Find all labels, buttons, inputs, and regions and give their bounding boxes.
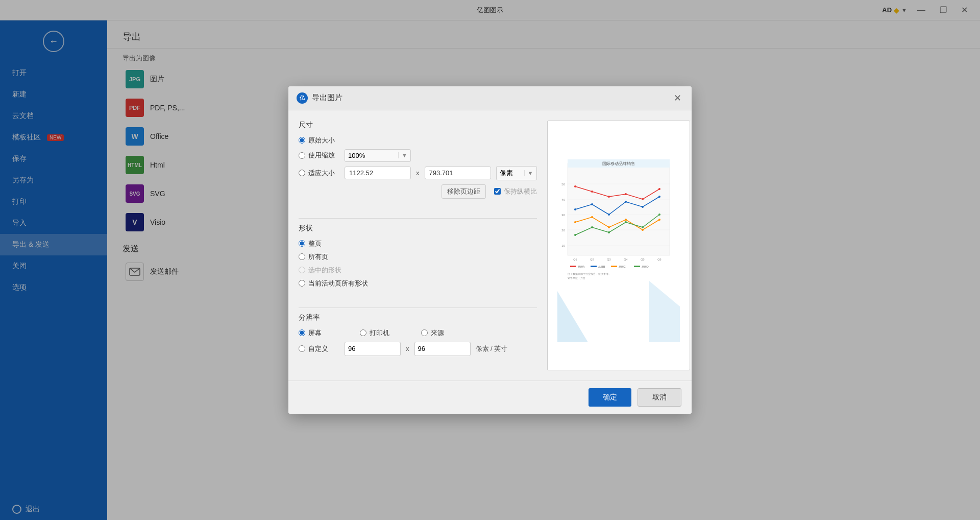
shape-selected-label[interactable]: 选中的形状 bbox=[299, 266, 341, 275]
shape-current-label[interactable]: 当前活动页所有形状 bbox=[299, 279, 368, 288]
resolution-custom-row: 自定义 ▲ ▼ x ▲ bbox=[299, 342, 537, 356]
size-scale-row: 使用缩放 ▼ bbox=[299, 149, 537, 162]
shape-all-radio[interactable] bbox=[299, 253, 305, 260]
scale-select[interactable]: ▼ bbox=[345, 149, 411, 162]
svg-text:30: 30 bbox=[561, 214, 565, 217]
svg-text:Q6: Q6 bbox=[657, 258, 661, 261]
svg-point-45 bbox=[642, 226, 644, 228]
svg-point-31 bbox=[608, 214, 610, 216]
shape-section-title: 形状 bbox=[299, 224, 537, 233]
svg-point-24 bbox=[591, 191, 593, 193]
resolution-y-input[interactable] bbox=[415, 343, 471, 354]
svg-rect-48 bbox=[570, 266, 576, 267]
size-section-title: 尺寸 bbox=[299, 121, 537, 130]
unit-label: 像素 bbox=[497, 167, 524, 180]
svg-point-29 bbox=[574, 208, 576, 210]
size-original-label[interactable]: 原始大小 bbox=[299, 136, 339, 145]
dialog-preview: 国际移动品牌销售 50 40 30 20 10 bbox=[547, 121, 690, 370]
shape-current-row: 当前活动页所有形状 bbox=[299, 279, 537, 288]
svg-rect-54 bbox=[634, 266, 640, 267]
svg-text:Q1: Q1 bbox=[573, 258, 577, 261]
shape-selected-radio bbox=[299, 267, 305, 273]
scale-input[interactable] bbox=[345, 150, 398, 161]
shape-whole-radio[interactable] bbox=[299, 240, 305, 247]
shape-all-label[interactable]: 所有页 bbox=[299, 252, 339, 262]
scale-dropdown[interactable]: ▼ bbox=[398, 152, 410, 158]
divider-2 bbox=[299, 308, 537, 308]
dialog-brand-icon: 亿 bbox=[297, 92, 308, 104]
svg-text:Q3: Q3 bbox=[607, 258, 610, 261]
resolution-screen-label[interactable]: 屏幕 bbox=[299, 328, 339, 338]
resolution-screen-radio[interactable] bbox=[299, 329, 305, 336]
resolution-y-spinner[interactable]: ▲ ▼ bbox=[414, 342, 471, 356]
shape-section: 形状 整页 所有页 bbox=[299, 224, 537, 292]
resolution-custom-radio[interactable] bbox=[299, 345, 305, 352]
resolution-printer-radio[interactable] bbox=[360, 329, 366, 336]
resolution-printer-label[interactable]: 打印机 bbox=[360, 328, 401, 338]
svg-text:销售单位：万台: 销售单位：万台 bbox=[567, 276, 585, 279]
svg-text:品牌C: 品牌C bbox=[619, 265, 626, 268]
svg-text:注：数据来源于行业报告，仅供参考。: 注：数据来源于行业报告，仅供参考。 bbox=[568, 272, 611, 275]
svg-point-35 bbox=[574, 221, 576, 223]
keep-ratio-checkbox[interactable] bbox=[494, 188, 501, 195]
width-input[interactable] bbox=[345, 167, 411, 179]
svg-text:品牌D: 品牌D bbox=[642, 265, 649, 268]
remove-margin-button[interactable]: 移除页边距 bbox=[442, 184, 486, 199]
preview-svg: 国际移动品牌销售 50 40 30 20 10 bbox=[557, 148, 680, 342]
svg-text:品牌A: 品牌A bbox=[578, 265, 585, 268]
size-scale-radio[interactable] bbox=[299, 152, 305, 159]
resolution-section-title: 分辨率 bbox=[299, 313, 537, 322]
resolution-source-radio[interactable] bbox=[421, 329, 428, 336]
svg-point-41 bbox=[574, 234, 576, 236]
resolution-x-input[interactable] bbox=[345, 343, 401, 354]
cancel-button[interactable]: 取消 bbox=[638, 388, 681, 407]
keep-ratio-label[interactable]: 保持纵横比 bbox=[494, 187, 537, 196]
height-input[interactable] bbox=[425, 167, 491, 179]
svg-point-39 bbox=[642, 229, 644, 231]
svg-point-28 bbox=[658, 188, 660, 190]
svg-point-46 bbox=[658, 214, 660, 216]
dialog-title: 导出图片 bbox=[312, 93, 342, 103]
svg-text:国际移动品牌销售: 国际移动品牌销售 bbox=[602, 161, 635, 166]
x-separator: x bbox=[416, 169, 420, 177]
dialog-title-row: 亿 导出图片 bbox=[297, 92, 342, 104]
svg-rect-52 bbox=[611, 266, 617, 267]
svg-point-23 bbox=[574, 185, 576, 187]
svg-text:40: 40 bbox=[561, 198, 565, 201]
svg-point-40 bbox=[658, 219, 660, 221]
resolution-source-label[interactable]: 来源 bbox=[421, 328, 462, 338]
dialog-form: 尺寸 原始大小 使用缩放 bbox=[299, 121, 537, 370]
svg-point-33 bbox=[642, 206, 644, 208]
svg-point-26 bbox=[625, 193, 627, 195]
resolution-x-spinner[interactable]: ▲ ▼ bbox=[345, 342, 401, 356]
svg-rect-50 bbox=[591, 266, 597, 267]
svg-text:50: 50 bbox=[561, 183, 565, 186]
size-section: 尺寸 原始大小 使用缩放 bbox=[299, 121, 537, 203]
shape-selected-row: 选中的形状 bbox=[299, 266, 537, 275]
svg-rect-4 bbox=[568, 163, 670, 255]
size-fit-label[interactable]: 适应大小 bbox=[299, 169, 339, 178]
dialog-close-button[interactable]: ✕ bbox=[672, 93, 683, 103]
svg-point-38 bbox=[625, 219, 627, 221]
svg-point-34 bbox=[658, 196, 660, 198]
confirm-button[interactable]: 确定 bbox=[589, 388, 631, 407]
unit-dropdown[interactable]: ▼ bbox=[524, 170, 536, 176]
shape-current-radio[interactable] bbox=[299, 280, 305, 287]
svg-text:Q2: Q2 bbox=[590, 258, 594, 261]
svg-point-44 bbox=[625, 221, 627, 223]
dialog-header: 亿 导出图片 ✕ bbox=[288, 86, 692, 110]
export-image-dialog: 亿 导出图片 ✕ 尺寸 原始大小 bbox=[288, 86, 692, 414]
svg-point-42 bbox=[591, 226, 593, 228]
resolution-custom-label[interactable]: 自定义 bbox=[299, 344, 339, 353]
size-scale-label[interactable]: 使用缩放 bbox=[299, 151, 339, 160]
unit-select[interactable]: 像素 ▼ bbox=[496, 166, 537, 180]
size-fit-row: 适应大小 x 像素 ▼ bbox=[299, 166, 537, 180]
shape-all-row: 所有页 bbox=[299, 252, 537, 262]
size-original-radio[interactable] bbox=[299, 137, 305, 144]
svg-text:Q5: Q5 bbox=[641, 258, 644, 261]
resolution-x-sep: x bbox=[406, 345, 409, 352]
shape-whole-label[interactable]: 整页 bbox=[299, 239, 339, 248]
size-fit-radio[interactable] bbox=[299, 170, 305, 176]
margin-row: 移除页边距 保持纵横比 bbox=[299, 184, 537, 199]
svg-text:10: 10 bbox=[561, 244, 565, 247]
